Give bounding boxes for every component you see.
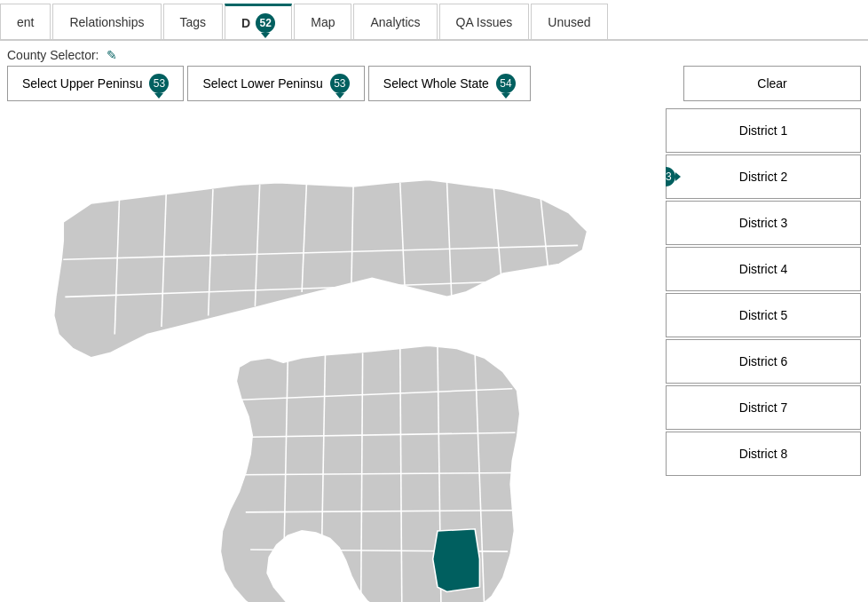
- whole-state-badge: 54: [496, 74, 516, 93]
- county-selector-row: County Selector: ✎: [7, 48, 861, 62]
- tab-analytics-label: Analytics: [370, 15, 420, 29]
- county-selector-label: County Selector:: [7, 48, 99, 62]
- tab-qa-issues-label: QA Issues: [456, 15, 513, 29]
- tab-relationships-label: Relationships: [69, 15, 144, 29]
- selected-county[interactable]: [433, 529, 480, 592]
- district-7-button[interactable]: District 7: [666, 385, 861, 430]
- tab-ent[interactable]: ent: [0, 4, 51, 39]
- edit-icon[interactable]: ✎: [107, 48, 117, 62]
- select-upper-peninsula-button[interactable]: Select Upper Peninsu 53: [7, 66, 184, 101]
- district-2-label: District 2: [739, 170, 787, 184]
- district-4-label: District 4: [739, 262, 787, 276]
- map-district-row: 53 District 1 53 District 2 District 3 D…: [7, 108, 861, 602]
- tab-d[interactable]: D 52: [225, 4, 292, 39]
- map-area: 53: [7, 108, 662, 602]
- tabs-bar: ent Relationships Tags D 52 Map Analytic…: [0, 0, 868, 41]
- district-3-label: District 3: [739, 216, 787, 230]
- select-lower-peninsula-label: Select Lower Peninsu: [202, 76, 322, 91]
- select-whole-state-button[interactable]: Select Whole State 54: [368, 66, 531, 101]
- district-4-button[interactable]: District 4: [666, 247, 861, 291]
- lower-peninsula-badge: 53: [330, 74, 350, 93]
- clear-button[interactable]: Clear: [683, 66, 861, 101]
- select-whole-state-label: Select Whole State: [383, 76, 489, 91]
- district-6-label: District 6: [739, 354, 787, 368]
- district-5-button[interactable]: District 5: [666, 293, 861, 337]
- tab-qa-issues[interactable]: QA Issues: [439, 4, 530, 39]
- tab-analytics[interactable]: Analytics: [353, 4, 437, 39]
- tab-relationships[interactable]: Relationships: [52, 4, 161, 39]
- tab-unused-label: Unused: [548, 15, 590, 29]
- upper-peninsula-shape[interactable]: [54, 180, 588, 358]
- select-lower-peninsula-button[interactable]: Select Lower Peninsu 53: [187, 66, 364, 101]
- district-7-label: District 7: [739, 400, 787, 415]
- district-8-label: District 8: [739, 447, 787, 461]
- tab-map-label: Map: [311, 15, 335, 29]
- district-2-button[interactable]: 53 District 2: [666, 154, 861, 199]
- action-buttons-row: Select Upper Peninsu 53 Select Lower Pen…: [7, 66, 861, 101]
- district-1-button[interactable]: District 1: [666, 108, 861, 153]
- tab-unused[interactable]: Unused: [531, 4, 607, 39]
- tab-d-badge: 52: [256, 13, 275, 33]
- tab-tags[interactable]: Tags: [163, 4, 224, 39]
- select-upper-peninsula-label: Select Upper Peninsu: [22, 76, 142, 91]
- upper-peninsula-badge: 53: [149, 74, 169, 93]
- district-3-button[interactable]: District 3: [666, 201, 861, 245]
- tab-ent-label: ent: [17, 15, 34, 29]
- tab-map[interactable]: Map: [294, 4, 351, 39]
- district-6-button[interactable]: District 6: [666, 339, 861, 384]
- main-content: County Selector: ✎ Select Upper Peninsu …: [0, 41, 868, 602]
- district-1-label: District 1: [739, 123, 787, 138]
- tab-tags-label: Tags: [180, 15, 207, 29]
- district-2-badge: 53: [666, 167, 675, 186]
- district-8-button[interactable]: District 8: [666, 432, 861, 476]
- district-list: District 1 53 District 2 District 3 Dist…: [666, 108, 861, 602]
- district-5-label: District 5: [739, 308, 787, 322]
- michigan-map-svg[interactable]: 53: [7, 108, 662, 602]
- tab-d-label: D: [241, 16, 250, 30]
